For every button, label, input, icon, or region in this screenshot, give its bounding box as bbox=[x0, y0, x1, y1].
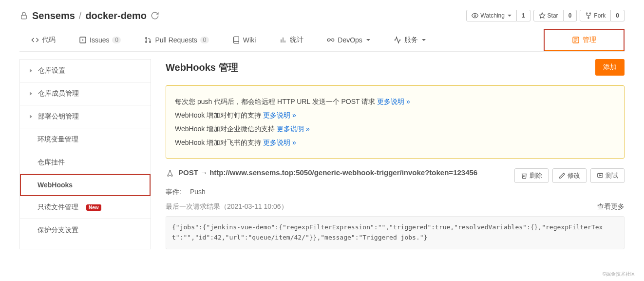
pulls-count: 0 bbox=[200, 37, 209, 43]
star-button[interactable]: Star bbox=[533, 10, 564, 21]
nav-code[interactable]: 代码 bbox=[19, 29, 67, 51]
code-icon bbox=[31, 36, 39, 44]
notice-link[interactable]: 更多说明 » bbox=[263, 111, 296, 119]
stats-icon bbox=[279, 36, 287, 44]
breadcrumb: Sensems / docker-demo bbox=[19, 10, 159, 21]
nav-issues[interactable]: Issues 0 bbox=[67, 29, 133, 51]
eye-icon bbox=[472, 12, 478, 19]
edit-icon bbox=[559, 172, 566, 179]
sidebar-item-deploy-keys[interactable]: 部署公钥管理 bbox=[20, 105, 151, 128]
notice-line: WebHook 增加对飞书的支持 更多说明 » bbox=[175, 136, 615, 149]
sidebar-item-env[interactable]: 环境变量管理 bbox=[20, 128, 151, 151]
admin-icon bbox=[572, 36, 580, 44]
repo-link[interactable]: docker-demo bbox=[85, 10, 147, 21]
webhook-item: POST → http://www.sensems.top:5050/gener… bbox=[166, 168, 625, 249]
fork-button[interactable]: Fork bbox=[580, 10, 611, 21]
svg-rect-0 bbox=[21, 15, 27, 19]
watch-button[interactable]: Watching bbox=[466, 10, 517, 21]
svg-marker-2 bbox=[539, 13, 545, 18]
nav-stats[interactable]: 统计 bbox=[267, 29, 315, 51]
svg-marker-19 bbox=[600, 175, 601, 176]
issue-icon bbox=[79, 36, 87, 44]
sidebar-item-readonly[interactable]: 只读文件管理New bbox=[20, 196, 151, 219]
new-badge: New bbox=[86, 204, 101, 211]
payload-box: {"jobs":{"jenkins-vue-demo":{"regexpFilt… bbox=[166, 216, 625, 249]
breadcrumb-separator: / bbox=[79, 10, 82, 21]
notice-link[interactable]: 更多说明 » bbox=[263, 139, 296, 146]
svg-point-7 bbox=[82, 40, 83, 40]
test-button[interactable]: 测试 bbox=[590, 168, 625, 183]
header-actions: Watching 1 Star 0 Fork 0 bbox=[466, 10, 625, 21]
lock-icon bbox=[19, 11, 28, 20]
fork-count[interactable]: 0 bbox=[611, 10, 625, 21]
svg-point-4 bbox=[590, 13, 591, 14]
svg-point-17 bbox=[170, 170, 171, 172]
webhook-icon bbox=[166, 169, 174, 178]
nav-admin[interactable]: 管理 bbox=[544, 29, 625, 51]
notice-line: WebHook 增加对企业微信的支持 更多说明 » bbox=[175, 122, 615, 136]
notice-box: 每次您 push 代码后，都会给远程 HTTP URL 发送一个 POST 请求… bbox=[166, 85, 625, 159]
notice-link[interactable]: 更多说明 » bbox=[377, 98, 410, 105]
notice-line: 每次您 push 代码后，都会给远程 HTTP URL 发送一个 POST 请求… bbox=[175, 95, 615, 108]
main-content: WebHooks 管理 添加 每次您 push 代码后，都会给远程 HTTP U… bbox=[166, 59, 625, 249]
nav-pulls[interactable]: Pull Requests 0 bbox=[133, 29, 220, 51]
star-count[interactable]: 0 bbox=[564, 10, 577, 21]
svg-point-15 bbox=[168, 175, 169, 176]
svg-point-9 bbox=[146, 41, 147, 43]
add-webhook-button[interactable]: 添加 bbox=[595, 59, 625, 76]
svg-point-16 bbox=[171, 175, 172, 176]
events-value: Push bbox=[190, 188, 206, 197]
delete-button[interactable]: 删除 bbox=[514, 168, 549, 183]
events-row: 事件: Push bbox=[166, 188, 625, 197]
repo-header: Sensems / docker-demo Watching 1 Star 0 bbox=[19, 5, 625, 29]
view-more-link[interactable]: 查看更多 bbox=[597, 202, 625, 211]
sync-icon[interactable] bbox=[151, 11, 159, 20]
sidebar-item-webhooks[interactable]: WebHooks bbox=[20, 174, 151, 196]
star-icon bbox=[539, 12, 546, 19]
repo-nav: 代码 Issues 0 Pull Requests 0 Wiki 统计 DevO… bbox=[19, 29, 625, 52]
webhook-url: POST → http://www.sensems.top:5050/gener… bbox=[178, 168, 477, 177]
last-request-row: 最后一次请求结果（2021-03-11 10:06） 查看更多 bbox=[166, 202, 625, 211]
trash-icon bbox=[521, 172, 528, 179]
sidebar-item-repo-settings[interactable]: 仓库设置 bbox=[20, 60, 151, 82]
sidebar-item-branch-protect[interactable]: 保护分支设置 bbox=[20, 219, 151, 241]
svg-point-1 bbox=[474, 15, 476, 17]
owner-link[interactable]: Sensems bbox=[32, 10, 75, 21]
nav-wiki[interactable]: Wiki bbox=[221, 29, 267, 51]
issues-count: 0 bbox=[112, 37, 121, 43]
pulse-icon bbox=[394, 36, 401, 44]
svg-point-8 bbox=[146, 38, 147, 39]
svg-rect-18 bbox=[598, 173, 603, 177]
book-icon bbox=[232, 36, 240, 44]
sidebar-item-members[interactable]: 仓库成员管理 bbox=[20, 82, 151, 105]
pull-icon bbox=[144, 36, 152, 44]
notice-line: WebHook 增加对钉钉的支持 更多说明 » bbox=[175, 108, 615, 122]
svg-point-10 bbox=[150, 41, 151, 43]
nav-service[interactable]: 服务 bbox=[382, 29, 437, 51]
watch-count[interactable]: 1 bbox=[517, 10, 530, 21]
fork-icon bbox=[585, 12, 592, 19]
page-title: WebHooks 管理 bbox=[166, 61, 238, 74]
nav-devops[interactable]: DevOps bbox=[315, 29, 382, 51]
edit-button[interactable]: 修改 bbox=[552, 168, 587, 183]
sidebar-item-plugin[interactable]: 仓库挂件 bbox=[20, 151, 151, 174]
svg-point-5 bbox=[588, 18, 589, 19]
notice-link[interactable]: 更多说明 » bbox=[277, 125, 310, 133]
play-icon bbox=[597, 172, 604, 179]
svg-point-3 bbox=[587, 13, 587, 14]
infinity-icon bbox=[327, 36, 335, 44]
sidebar: 仓库设置 仓库成员管理 部署公钥管理 环境变量管理 仓库挂件 WebHooks … bbox=[19, 59, 151, 249]
